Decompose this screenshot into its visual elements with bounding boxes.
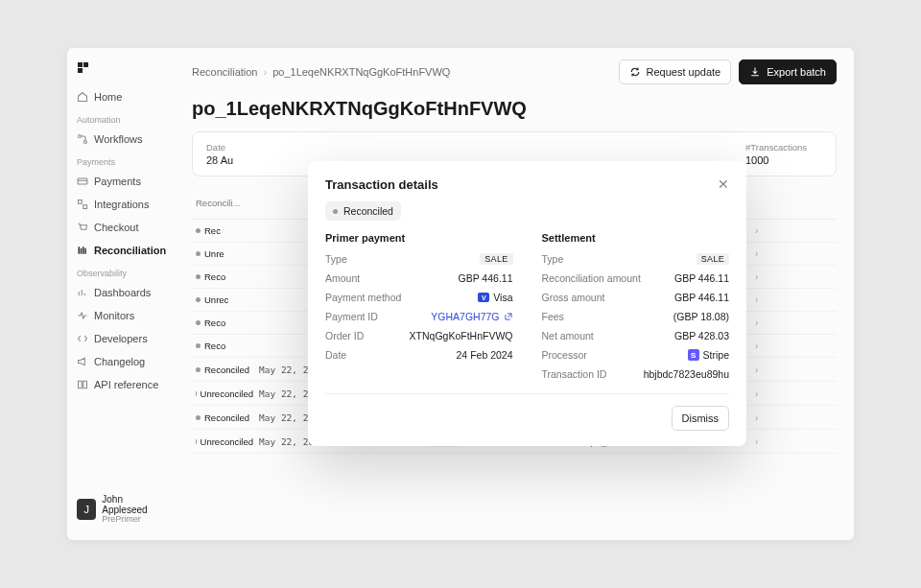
row-status: Reconciled	[196, 412, 253, 423]
row-status: Reco	[196, 271, 253, 282]
sidebar-item-label: Reconciliation	[94, 245, 166, 256]
download-icon	[749, 66, 761, 78]
chevron-right-icon: ›	[755, 412, 768, 423]
checkout-icon	[77, 222, 88, 233]
request-update-button[interactable]: Request update	[619, 59, 732, 84]
status-text: Reconciled	[343, 205, 393, 217]
row-status: Reco	[196, 341, 253, 351]
svg-rect-2	[78, 68, 83, 73]
user-org: PrePrimer	[102, 515, 165, 525]
row-status: Unreconciled	[196, 388, 253, 399]
sidebar-item-payments[interactable]: Payments	[73, 171, 169, 192]
integrations-icon	[77, 199, 88, 210]
sidebar-item-label: Developers	[94, 333, 148, 344]
primer-payment-column: Primer payment TypeSALE AmountGBP 446.11…	[325, 232, 513, 380]
svg-rect-5	[78, 178, 87, 184]
monitors-icon	[77, 310, 88, 321]
primer-heading: Primer payment	[325, 232, 513, 244]
external-link-icon	[504, 312, 513, 321]
settlement-heading: Settlement	[542, 232, 730, 244]
row-status: Unrec	[196, 294, 253, 305]
sidebar-item-monitors[interactable]: Monitors	[73, 305, 169, 326]
sidebar-item-home[interactable]: Home	[73, 86, 169, 107]
status-badge: Reconciled	[325, 201, 401, 221]
stripe-icon: S	[688, 349, 699, 361]
close-icon[interactable]: ✕	[718, 176, 729, 192]
chevron-right-icon: ›	[755, 271, 768, 282]
sidebar-group-observability: Observability	[73, 263, 169, 280]
modal-title: Transaction details	[325, 177, 438, 192]
svg-point-3	[79, 135, 82, 138]
svg-rect-7	[83, 205, 87, 209]
user-block[interactable]: J John Appleseed PrePrimer	[73, 488, 169, 530]
sidebar-item-label: Home	[94, 91, 122, 103]
card-icon	[77, 176, 88, 187]
chevron-right-icon: ›	[755, 436, 768, 447]
visa-icon: V	[478, 293, 489, 302]
svg-rect-6	[79, 200, 83, 204]
button-label: Request update	[647, 66, 721, 78]
sidebar-item-api-reference[interactable]: API reference	[73, 374, 169, 395]
refresh-icon	[629, 66, 641, 78]
dashboards-icon	[77, 287, 88, 298]
sidebar-item-workflows[interactable]: Workflows	[73, 129, 169, 150]
summary-date-value: 28 Au	[206, 154, 283, 166]
breadcrumb: Reconciliation › po_1LeqeNKRXTNqGgKoFtHn…	[192, 66, 450, 78]
megaphone-icon	[77, 356, 88, 367]
sidebar-item-developers[interactable]: Developers	[73, 328, 169, 349]
breadcrumb-current: po_1LeqeNKRXTNqGgKoFtHnFVWQ	[272, 66, 450, 78]
chevron-right-icon: ›	[755, 388, 768, 399]
transaction-details-modal: Transaction details ✕ Reconciled Primer …	[308, 161, 746, 446]
reconciliation-icon	[77, 245, 88, 256]
button-label: Export batch	[767, 66, 826, 78]
sidebar-item-label: Dashboards	[94, 287, 151, 298]
row-status: Unre	[196, 248, 253, 259]
sidebar-item-label: Workflows	[94, 133, 143, 145]
summary-transactions-value: 1000	[745, 154, 822, 166]
code-icon	[77, 333, 88, 344]
home-icon	[77, 91, 88, 103]
workflows-icon	[77, 133, 88, 145]
sidebar-item-label: Monitors	[94, 310, 134, 321]
chevron-right-icon: ›	[755, 294, 768, 305]
payment-id-link[interactable]: YGHA7GH77G	[431, 311, 512, 322]
sidebar-item-dashboards[interactable]: Dashboards	[73, 282, 169, 303]
button-label: Dismiss	[682, 412, 720, 424]
avatar: J	[77, 499, 96, 520]
sidebar-item-integrations[interactable]: Integrations	[73, 194, 169, 215]
sidebar-item-label: Checkout	[94, 222, 138, 233]
col-status: Reconcili...	[196, 198, 253, 208]
logo	[77, 61, 90, 75]
chevron-right-icon: ›	[755, 341, 768, 351]
sidebar-item-reconciliation[interactable]: Reconciliation	[73, 240, 169, 261]
sidebar-item-label: Changelog	[94, 356, 145, 367]
sidebar-item-label: API reference	[94, 379, 158, 390]
sidebar-item-label: Integrations	[94, 199, 149, 210]
svg-rect-0	[78, 62, 83, 67]
breadcrumb-root[interactable]: Reconciliation	[192, 66, 257, 78]
row-status: Rec	[196, 225, 253, 236]
sidebar-item-label: Payments	[94, 176, 141, 187]
chevron-right-icon: ›	[755, 318, 768, 328]
row-status: Unreconciled	[196, 436, 253, 447]
sidebar-item-checkout[interactable]: Checkout	[73, 217, 169, 238]
chevron-right-icon: ›	[263, 66, 267, 78]
chevron-right-icon: ›	[755, 365, 768, 375]
dismiss-button[interactable]: Dismiss	[672, 406, 730, 431]
sidebar-group-payments: Payments	[73, 152, 169, 169]
book-icon	[77, 379, 88, 390]
chevron-right-icon: ›	[755, 225, 768, 236]
sale-pill: SALE	[480, 253, 512, 265]
export-batch-button[interactable]: Export batch	[739, 59, 837, 84]
sidebar-group-automation: Automation	[73, 109, 169, 127]
svg-rect-1	[83, 62, 88, 67]
settlement-column: Settlement TypeSALE Reconciliation amoun…	[542, 232, 730, 380]
row-status: Reco	[196, 318, 253, 328]
sale-pill: SALE	[697, 253, 729, 265]
page-title: po_1LeqeNKRXTNqGgKoFtHnFVWQ	[192, 98, 837, 120]
svg-point-4	[84, 141, 87, 144]
sidebar-item-changelog[interactable]: Changelog	[73, 351, 169, 372]
user-name: John Appleseed	[102, 494, 165, 515]
summary-transactions-label: #Transcactions	[745, 142, 822, 153]
row-status: Reconciled	[196, 365, 253, 375]
